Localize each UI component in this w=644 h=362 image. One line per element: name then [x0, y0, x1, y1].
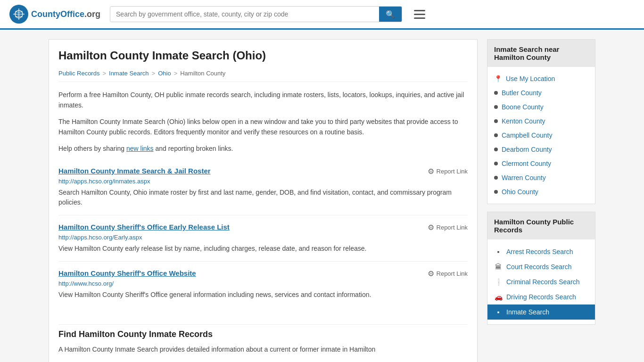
sidebar: Inmate Search near Hamilton County 📍 Use… [487, 39, 595, 362]
county-dot [494, 105, 498, 109]
breadcrumb-sep: > [152, 70, 156, 77]
public-record-2[interactable]: ❕Criminal Records Search [487, 274, 595, 289]
nearby-county-2[interactable]: Kenton County [487, 114, 595, 128]
resource-url-1[interactable]: http://apps.hcso.org/Early.aspx [58, 234, 468, 241]
search-input[interactable] [110, 7, 379, 22]
hamburger-line [414, 10, 425, 11]
report-icon: ⚙ [428, 269, 434, 278]
nearby-county-3[interactable]: Campbell County [487, 128, 595, 142]
resource-desc-0: Search Hamilton County, Ohio inmate rost… [58, 188, 468, 207]
resource-desc-2: View Hamilton County Sheriff's Office ge… [58, 290, 468, 300]
public-records-box: Hamilton County Public Records ▪Arrest R… [487, 212, 595, 325]
logo-icon [9, 5, 28, 24]
breadcrumb-public-records[interactable]: Public Records [58, 70, 99, 77]
resource-url-2[interactable]: http://www.hcso.org/ [58, 280, 468, 287]
rec-icon-0: ▪ [494, 248, 503, 255]
rec-icon-4: ▪ [494, 308, 503, 316]
rec-icon-3: 🚗 [494, 293, 503, 301]
description-3: Help others by sharing new links and rep… [58, 143, 468, 154]
breadcrumb-inmate-search[interactable]: Inmate Search [109, 70, 149, 77]
resources-list: Hamilton County Inmate Search & Jail Ros… [58, 159, 468, 307]
county-dot [494, 148, 498, 151]
search-icon: 🔍 [386, 10, 395, 18]
county-dot [494, 119, 498, 123]
county-dot [494, 133, 498, 137]
public-records-body: ▪Arrest Records Search🏛Court Records Sea… [487, 239, 595, 324]
resource-item: Hamilton County Inmate Search & Jail Ros… [58, 159, 468, 215]
public-record-1[interactable]: 🏛Court Records Search [487, 259, 595, 274]
public-record-3[interactable]: 🚗Driving Records Search [487, 289, 595, 304]
county-dot [494, 190, 498, 194]
resource-item: Hamilton County Sheriff's Office Early R… [58, 215, 468, 262]
resource-header: Hamilton County Inmate Search & Jail Ros… [58, 167, 468, 176]
rec-icon-2: ❕ [494, 278, 503, 286]
find-section-heading: Find Hamilton County Inmate Records [58, 324, 468, 339]
breadcrumb-current: Hamilton County [180, 70, 225, 77]
use-my-location-link[interactable]: 📍 Use My Location [487, 72, 595, 86]
main-container: Hamilton County Inmate Search (Ohio) Pub… [39, 30, 605, 362]
county-dot [494, 176, 498, 180]
report-link-2[interactable]: ⚙ Report Link [428, 269, 468, 278]
rec-icon-1: 🏛 [494, 263, 503, 271]
public-records-heading: Hamilton County Public Records [487, 212, 595, 239]
breadcrumb-sep: > [102, 70, 106, 77]
resource-title-1[interactable]: Hamilton County Sheriff's Office Early R… [58, 223, 230, 231]
resource-title-0[interactable]: Hamilton County Inmate Search & Jail Ros… [58, 167, 211, 175]
public-record-0[interactable]: ▪Arrest Records Search [487, 244, 595, 259]
resource-item: Hamilton County Sheriff's Office Website… [58, 262, 468, 307]
nearby-county-7[interactable]: Ohio County [487, 185, 595, 199]
nearby-heading: Inmate Search near Hamilton County [487, 40, 595, 67]
find-section-text: A Hamilton County Inmate Search provides… [58, 344, 468, 354]
nearby-county-5[interactable]: Clermont County [487, 156, 595, 171]
hamburger-line [414, 14, 425, 15]
report-icon: ⚙ [428, 167, 434, 176]
description-2: The Hamilton County Inmate Search (Ohio)… [58, 116, 468, 138]
nearby-county-1[interactable]: Boone County [487, 100, 595, 114]
nearby-county-0[interactable]: Butler County [487, 86, 595, 100]
menu-button[interactable] [412, 8, 428, 21]
public-records-list: ▪Arrest Records Search🏛Court Records Sea… [487, 244, 595, 320]
breadcrumb-sep: > [174, 70, 178, 77]
logo[interactable]: CountyOffice.org [9, 5, 100, 24]
resource-title-2[interactable]: Hamilton County Sheriff's Office Website [58, 269, 196, 277]
description-1: Perform a free Hamilton County, OH publi… [58, 90, 468, 111]
report-link-0[interactable]: ⚙ Report Link [428, 167, 468, 176]
find-section: Find Hamilton County Inmate Records A Ha… [58, 307, 468, 362]
county-dot [494, 91, 498, 95]
hamburger-line [414, 17, 425, 19]
resource-url-0[interactable]: http://apps.hcso.org/inmates.aspx [58, 178, 468, 185]
search-bar: 🔍 [110, 6, 402, 22]
report-link-1[interactable]: ⚙ Report Link [428, 223, 468, 232]
site-header: CountyOffice.org 🔍 [0, 0, 644, 30]
resource-header: Hamilton County Sheriff's Office Website… [58, 269, 468, 278]
nearby-county-4[interactable]: Dearborn County [487, 142, 595, 156]
main-content: Hamilton County Inmate Search (Ohio) Pub… [49, 39, 478, 362]
nearby-box: Inmate Search near Hamilton County 📍 Use… [487, 39, 595, 204]
nearby-county-6[interactable]: Warren County [487, 171, 595, 185]
public-record-4[interactable]: ▪Inmate Search [487, 304, 595, 320]
search-button[interactable]: 🔍 [379, 7, 402, 22]
logo-text: CountyOffice.org [31, 9, 100, 19]
breadcrumb: Public Records > Inmate Search > Ohio > … [58, 70, 468, 82]
report-icon: ⚙ [428, 223, 434, 232]
county-dot [494, 162, 498, 165]
nearby-counties-list: Butler CountyBoone CountyKenton CountyCa… [487, 86, 595, 199]
breadcrumb-ohio[interactable]: Ohio [158, 70, 171, 77]
page-title: Hamilton County Inmate Search (Ohio) [58, 49, 468, 62]
new-links-link[interactable]: new links [126, 145, 154, 152]
resource-desc-1: View Hamilton County early release list … [58, 244, 468, 254]
resource-header: Hamilton County Sheriff's Office Early R… [58, 223, 468, 232]
location-pin-icon: 📍 [494, 75, 502, 82]
nearby-body: 📍 Use My Location Butler CountyBoone Cou… [487, 67, 595, 204]
